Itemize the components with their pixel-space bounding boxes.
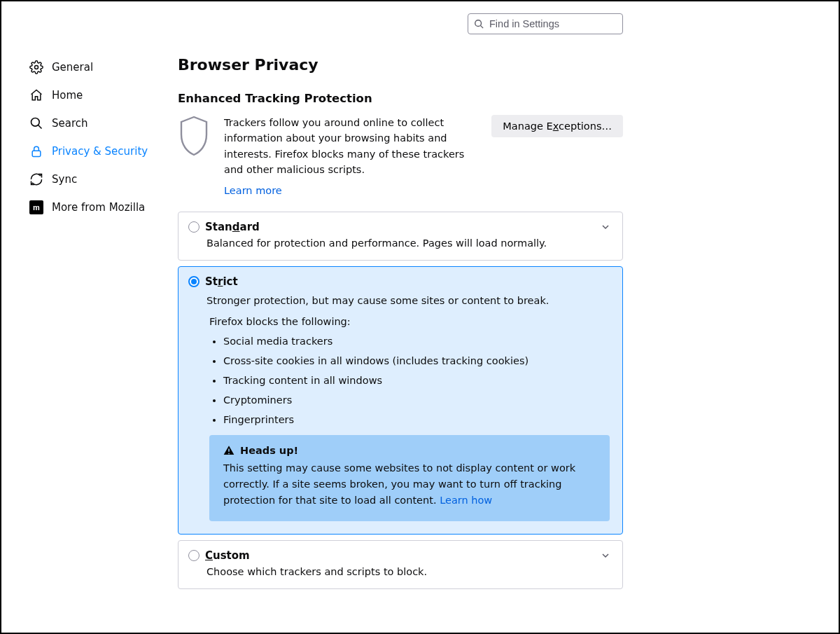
- sidebar-item-label: Search: [52, 117, 88, 130]
- svg-point-3: [31, 118, 40, 127]
- svg-text:m: m: [33, 203, 40, 212]
- blocks-list: Social media trackers Cross-site cookies…: [216, 336, 610, 425]
- radio-custom[interactable]: [188, 550, 200, 561]
- option-desc: Balanced for protection and performance.…: [206, 237, 610, 249]
- page-title: Browser Privacy: [178, 56, 623, 74]
- search-icon: [474, 19, 484, 29]
- chevron-down-icon[interactable]: [601, 551, 610, 562]
- option-title: Custom: [205, 549, 250, 562]
- sidebar-item-sync[interactable]: Sync: [25, 165, 165, 193]
- sidebar-item-more-from-mozilla[interactable]: m More from Mozilla: [25, 193, 165, 221]
- sidebar-item-label: General: [52, 61, 93, 74]
- mozilla-icon: m: [29, 200, 43, 214]
- strict-warning: Heads up! This setting may cause some we…: [209, 435, 610, 522]
- option-title: Standard: [205, 221, 260, 233]
- chevron-down-icon[interactable]: [601, 222, 610, 233]
- gear-icon: [29, 60, 43, 74]
- warning-title: Heads up!: [240, 445, 298, 456]
- svg-point-2: [35, 66, 38, 69]
- option-desc: Stronger protection, but may cause some …: [328, 295, 610, 306]
- home-icon: [29, 88, 43, 102]
- warning-icon: [223, 445, 234, 456]
- learn-how-link[interactable]: Learn how: [440, 495, 492, 506]
- tracking-option-standard[interactable]: Standard Balanced for protection and per…: [178, 212, 623, 261]
- sidebar-item-label: Privacy & Security: [52, 145, 148, 158]
- tracking-option-strict[interactable]: Strict Stronger protection, but may caus…: [178, 266, 623, 535]
- sidebar-item-general[interactable]: General: [25, 53, 165, 81]
- intro-text: Trackers follow you around online to col…: [224, 115, 469, 178]
- radio-strict[interactable]: [188, 276, 200, 287]
- radio-standard[interactable]: [188, 221, 200, 233]
- manage-exceptions-button[interactable]: Manage Exceptions…: [491, 115, 623, 137]
- list-item: Social media trackers: [223, 336, 610, 347]
- list-item: Tracking content in all windows: [223, 375, 610, 386]
- sidebar-item-search[interactable]: Search: [25, 109, 165, 137]
- option-desc: Choose which trackers and scripts to blo…: [206, 566, 610, 577]
- sidebar-item-label: Sync: [52, 173, 77, 186]
- sidebar-item-label: More from Mozilla: [52, 201, 145, 214]
- option-title: Strict: [205, 275, 238, 288]
- list-item: Cryptominers: [223, 394, 610, 406]
- shield-icon: [178, 115, 210, 157]
- svg-rect-5: [32, 151, 41, 156]
- learn-more-link[interactable]: Learn more: [224, 185, 282, 196]
- settings-main: Browser Privacy Enhanced Tracking Protec…: [178, 56, 623, 595]
- svg-line-1: [481, 26, 484, 29]
- svg-line-4: [38, 125, 42, 129]
- tracking-option-custom[interactable]: Custom Choose which trackers and scripts…: [178, 540, 623, 589]
- settings-search[interactable]: [468, 13, 623, 34]
- svg-point-0: [475, 20, 482, 27]
- warning-text: This setting may cause some websites to …: [223, 462, 575, 506]
- search-icon: [29, 116, 43, 130]
- sidebar-item-privacy-security[interactable]: Privacy & Security: [25, 137, 165, 165]
- sidebar-item-label: Home: [52, 89, 83, 102]
- blocks-label: Firefox blocks the following:: [209, 316, 610, 327]
- sync-icon: [29, 172, 43, 186]
- settings-search-input[interactable]: [488, 18, 617, 30]
- list-item: Cross-site cookies in all windows (inclu…: [223, 355, 610, 366]
- section-title: Enhanced Tracking Protection: [178, 92, 623, 105]
- lock-icon: [29, 144, 43, 158]
- list-item: Fingerprinters: [223, 414, 610, 425]
- settings-sidebar: General Home Search Privacy & Security: [25, 53, 165, 221]
- sidebar-item-home[interactable]: Home: [25, 81, 165, 109]
